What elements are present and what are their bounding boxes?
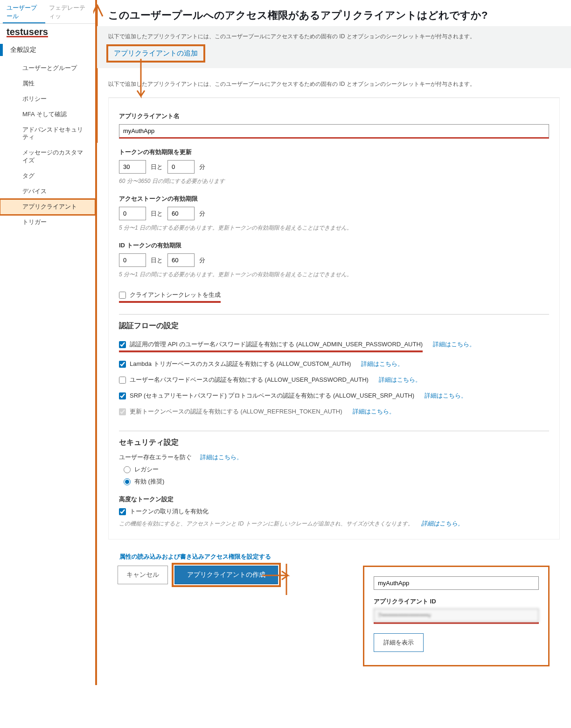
refresh-hint: 60 分〜3650 日の間にする必要があります <box>119 177 549 185</box>
auth-flow-label: Lambda トリガーベースのカスタム認証を有効にする (ALLOW_CUSTO… <box>130 360 351 368</box>
auth-flow-checkbox-row: 更新トークンベースの認証を有効にする (ALLOW_REFRESH_TOKEN_… <box>119 407 342 416</box>
client-secret-checkbox-row[interactable]: クライアントシークレットを生成 <box>119 291 221 299</box>
access-minutes-input[interactable] <box>167 207 195 220</box>
pool-name[interactable]: testusers <box>0 24 95 39</box>
unit-minutes-1: 分 <box>199 163 205 171</box>
client-secret-label: クライアントシークレットを生成 <box>130 291 221 299</box>
result-panel: アプリクライアント ID 7••••••••••••••••••••••v 詳細… <box>363 566 550 666</box>
attr-permissions-link[interactable]: 属性の読み込みおよび書き込みアクセス権限を設定する <box>108 553 560 561</box>
auth-flow-checkbox-row[interactable]: ユーザー名パスワードベースの認証を有効にする (ALLOW_USER_PASSW… <box>119 376 369 384</box>
annotation-arrow-3b <box>283 564 290 596</box>
auth-flow-learn-link[interactable]: 詳細はこちら。 <box>425 392 467 400</box>
auth-flow-label: 認証用の管理 API のユーザー名パスワード認証を有効にする (ALLOW_AD… <box>130 340 423 349</box>
nav-app-clients[interactable]: アプリクライアント <box>0 199 95 215</box>
token-revoke-checkbox[interactable] <box>119 508 126 515</box>
nav-attributes[interactable]: 属性 <box>0 76 95 91</box>
auth-flow-learn-link[interactable]: 詳細はこちら。 <box>361 360 404 368</box>
auth-flow-learn-link[interactable]: 詳細はこちら。 <box>353 407 395 416</box>
create-app-client-button[interactable]: アプリクライアントの作成 <box>174 566 278 584</box>
app-client-name-input[interactable] <box>119 124 549 139</box>
auth-flow-label: 更新トークンベースの認証を有効にする (ALLOW_REFRESH_TOKEN_… <box>130 407 342 416</box>
radio-legacy-row[interactable]: レガシー <box>124 465 549 474</box>
id-days-input[interactable] <box>119 253 146 267</box>
auth-flow-row: 認証用の管理 API のユーザー名パスワード認証を有効にする (ALLOW_AD… <box>119 336 549 356</box>
nav-triggers[interactable]: トリガー <box>0 215 95 230</box>
field-client-secret: クライアントシークレットを生成 <box>119 288 549 303</box>
result-id-value: 7••••••••••••••••••••••v <box>374 609 539 622</box>
auth-flow-checkbox[interactable] <box>119 377 126 384</box>
security-section-title: セキュリティ設定 <box>119 438 549 448</box>
auth-flow-checkbox[interactable] <box>119 361 126 368</box>
sidebar-nav-list: ユーザーとグループ 属性 ポリシー MFA そして確認 アドバンスドセキュリティ… <box>0 61 95 230</box>
auth-flow-checkbox-row[interactable]: SRP (セキュアリモートパスワード) プロトコルベースの認証を有効にする (A… <box>119 392 414 400</box>
tab-user-pools[interactable]: ユーザープール <box>3 2 45 23</box>
auth-flow-label: SRP (セキュアリモートパスワード) プロトコルベースの認証を有効にする (A… <box>130 392 414 400</box>
refresh-days-input[interactable] <box>119 160 146 174</box>
auth-flow-checkbox <box>119 408 126 415</box>
radio-legacy-label: レガシー <box>134 465 159 474</box>
auth-flow-row: SRP (セキュアリモートパスワード) プロトコルベースの認証を有効にする (A… <box>119 388 549 404</box>
refresh-token-label: トークンの有効期限を更新 <box>119 148 549 156</box>
user-exist-label: ユーザー存在エラーを防ぐ <box>119 454 192 461</box>
auth-flow-row: Lambda トリガーベースのカスタム認証を有効にする (ALLOW_CUSTO… <box>119 356 549 372</box>
divider-1 <box>119 314 549 315</box>
unit-days-3: 日と <box>151 256 163 265</box>
token-revoke-hint: この機能を有効にすると、アクセストークンと ID トークンに新しいクレームが追加… <box>119 519 549 528</box>
result-name-input[interactable] <box>374 576 539 590</box>
sidebar-section-general[interactable]: 全般設定 <box>0 39 95 61</box>
helper-text-2: 以下で追加したアプリクライアントには、このユーザープールにアクセスするための固有… <box>97 77 571 93</box>
cancel-button[interactable]: キャンセル <box>118 566 168 584</box>
field-app-client-name: アプリクライアント名 <box>119 112 549 139</box>
token-revoke-row[interactable]: トークンの取り消しを有効化 <box>119 507 549 516</box>
nav-mfa[interactable]: MFA そして確認 <box>0 107 95 122</box>
nav-tags[interactable]: タグ <box>0 168 95 184</box>
auth-flow-section-title: 認証フローの設定 <box>119 321 549 331</box>
sidebar: ユーザープール フェデレーティッ testusers 全般設定 ユーザーとグルー… <box>0 0 97 685</box>
auth-flow-checkbox[interactable] <box>119 392 126 399</box>
token-section-title: 高度なトークン設定 <box>119 495 549 504</box>
access-days-input[interactable] <box>119 207 146 220</box>
auth-flow-checkbox-row[interactable]: 認証用の管理 API のユーザー名パスワード認証を有効にする (ALLOW_AD… <box>119 340 423 349</box>
auth-flow-learn-link[interactable]: 詳細はこちら。 <box>433 340 475 349</box>
auth-flow-checkbox[interactable] <box>119 341 126 348</box>
main-content: このユーザープールへのアクセス権限があるアプリクライアントはどれですか? 以下で… <box>97 0 571 685</box>
app-client-form: アプリクライアント名 トークンの有効期限を更新 日と 分 60 分〜3650 日… <box>108 98 560 539</box>
token-revoke-learn-link[interactable]: 詳細はこちら。 <box>421 520 464 527</box>
access-hint: 5 分〜1 日の間にする必要があります。更新トークンの有効期限を超えることはでき… <box>119 224 549 232</box>
auth-flows-list: 認証用の管理 API のユーザー名パスワード認証を有効にする (ALLOW_AD… <box>119 336 549 420</box>
id-token-label: ID トークンの有効期限 <box>119 241 549 250</box>
nav-devices[interactable]: デバイス <box>0 184 95 199</box>
client-secret-checkbox[interactable] <box>119 292 126 299</box>
unit-minutes-3: 分 <box>199 256 205 265</box>
nav-users-groups[interactable]: ユーザーとグループ <box>0 61 95 76</box>
add-app-client-button[interactable]: アプリクライアントの追加 <box>114 49 198 57</box>
page-title: このユーザープールへのアクセス権限があるアプリクライアントはどれですか? <box>97 0 571 26</box>
user-exist-learn-link[interactable]: 詳細はこちら。 <box>200 454 243 461</box>
auth-flow-label: ユーザー名パスワードベースの認証を有効にする (ALLOW_USER_PASSW… <box>130 376 369 384</box>
tab-federation[interactable]: フェデレーティッ <box>45 2 92 23</box>
id-minutes-input[interactable] <box>167 253 195 267</box>
radio-enabled-row[interactable]: 有効 (推奨) <box>124 477 549 486</box>
token-settings-block: 高度なトークン設定 トークンの取り消しを有効化 この機能を有効にすると、アクセス… <box>119 495 549 528</box>
nav-policies[interactable]: ポリシー <box>0 91 95 107</box>
sidebar-tabs: ユーザープール フェデレーティッ <box>0 0 95 24</box>
radio-enabled[interactable] <box>124 478 131 485</box>
auth-flow-row: 更新トークンベースの認証を有効にする (ALLOW_REFRESH_TOKEN_… <box>119 404 549 420</box>
id-hint: 5 分〜1 日の間にする必要があります。更新トークンの有効期限を超えることはでき… <box>119 271 549 279</box>
nav-adv-security[interactable]: アドバンスドセキュリティ <box>0 122 95 146</box>
unit-days-1: 日と <box>151 163 163 171</box>
refresh-minutes-input[interactable] <box>167 160 195 174</box>
access-token-label: アクセストークンの有効期限 <box>119 195 549 203</box>
auth-flow-checkbox-row[interactable]: Lambda トリガーベースのカスタム認証を有効にする (ALLOW_CUSTO… <box>119 360 351 368</box>
show-details-button[interactable]: 詳細を表示 <box>374 633 424 652</box>
auth-flow-row: ユーザー名パスワードベースの認証を有効にする (ALLOW_USER_PASSW… <box>119 372 549 388</box>
token-revoke-label: トークンの取り消しを有効化 <box>130 507 209 516</box>
helper-text-1: 以下で追加したアプリクライアントには、このユーザープールにアクセスするための固有… <box>108 33 560 41</box>
radio-legacy[interactable] <box>124 466 131 473</box>
add-app-client-wrap: アプリクライアントの追加 <box>108 46 203 61</box>
divider-2 <box>119 431 549 431</box>
field-access-token: アクセストークンの有効期限 日と 分 5 分〜1 日の間にする必要があります。更… <box>119 195 549 232</box>
nav-messages[interactable]: メッセージのカスタマイズ <box>0 145 95 168</box>
app-client-name-label: アプリクライアント名 <box>119 112 549 120</box>
auth-flow-learn-link[interactable]: 詳細はこちら。 <box>379 376 421 384</box>
